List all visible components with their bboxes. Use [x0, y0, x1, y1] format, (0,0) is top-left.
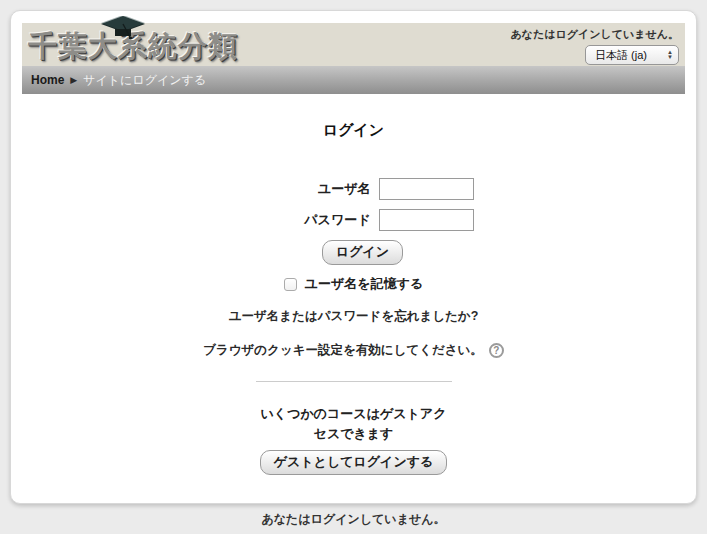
site-logo: 千葉大系統分類: [28, 26, 238, 66]
password-row: パスワード: [22, 209, 685, 231]
language-select[interactable]: 日本語 (ja) ▲▼: [585, 45, 679, 65]
section-divider: [256, 381, 452, 382]
breadcrumb: Home ▶ サイトにログインする: [22, 66, 685, 94]
login-button-row: ログイン: [40, 240, 685, 265]
select-stepper-icon: ▲▼: [667, 50, 673, 60]
login-status-text: あなたはログインしていません。: [510, 28, 679, 41]
footer-login-status: あなたはログインしていません。: [0, 511, 707, 528]
remember-label: ユーザ名を記憶する: [305, 275, 424, 293]
page-title: ログイン: [22, 121, 685, 140]
site-title: 千葉大系統分類: [28, 30, 238, 62]
breadcrumb-current: サイトにログインする: [83, 72, 206, 89]
login-button[interactable]: ログイン: [322, 240, 403, 265]
remember-row: ユーザ名を記憶する: [22, 275, 685, 293]
main-card: 千葉大系統分類 あなたはログインしていません。 日本語 (ja) ▲▼ Home…: [10, 10, 697, 504]
login-content: ログイン ユーザ名 パスワード ログイン ユーザ名を記憶する ユーザ名またはパス…: [22, 121, 685, 475]
guest-button-row: ゲストとしてログインする: [22, 450, 685, 475]
username-label: ユーザ名: [234, 180, 379, 198]
cookies-notice-text: ブラウザのクッキー設定を有効にしてください。: [203, 342, 483, 359]
username-input[interactable]: [379, 178, 474, 200]
password-input[interactable]: [379, 209, 474, 231]
breadcrumb-separator-icon: ▶: [70, 75, 77, 85]
header-right: あなたはログインしていません。 日本語 (ja) ▲▼: [510, 23, 679, 66]
guest-login-button[interactable]: ゲストとしてログインする: [260, 450, 448, 475]
remember-checkbox[interactable]: [284, 278, 297, 291]
login-form: ユーザ名 パスワード ログイン ユーザ名を記憶する ユーザ名またはパスワードを忘…: [22, 178, 685, 475]
language-select-value: 日本語 (ja): [595, 48, 647, 63]
cookies-notice-row: ブラウザのクッキー設定を有効にしてください。 ?: [22, 342, 685, 359]
site-header: 千葉大系統分類 あなたはログインしていません。 日本語 (ja) ▲▼: [22, 23, 685, 66]
breadcrumb-home-link[interactable]: Home: [31, 73, 64, 87]
forgot-password-link[interactable]: ユーザ名またはパスワードを忘れましたか?: [229, 308, 479, 325]
username-row: ユーザ名: [22, 178, 685, 200]
guest-access-text: いくつかのコースはゲストアクセスできます: [258, 404, 450, 444]
password-label: パスワード: [234, 211, 379, 229]
help-icon[interactable]: ?: [489, 343, 504, 358]
